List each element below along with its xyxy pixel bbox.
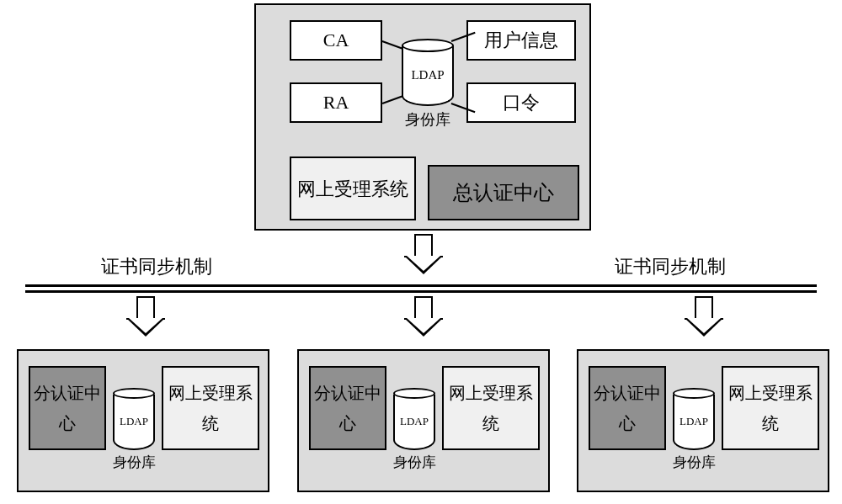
id-store-label: 身份库	[393, 453, 436, 472]
ldap-cylinder: LDAP 身份库	[673, 388, 715, 450]
arrow-down-icon	[126, 296, 165, 338]
ca-box: CA	[290, 20, 382, 61]
ra-box: RA	[290, 82, 382, 123]
arrow-down-icon	[685, 296, 723, 338]
id-store-label: 身份库	[405, 109, 450, 130]
sync-bus-line	[25, 284, 817, 294]
sub-auth-center-box: 分认证中心 LDAP 身份库 网上受理系统	[297, 349, 550, 492]
ldap-label: LDAP	[113, 395, 155, 450]
ldap-label: LDAP	[673, 395, 715, 450]
online-accept-box: 网上受理系统	[722, 366, 819, 450]
id-store-label: 身份库	[113, 453, 156, 472]
arrow-down-icon	[404, 296, 443, 338]
ldap-label: LDAP	[402, 45, 454, 106]
ldap-cylinder: LDAP 身份库	[113, 388, 155, 450]
sub-auth-label: 分认证中心	[589, 366, 666, 450]
architecture-diagram: CA RA 用户信息 口令 LDAP 身份库 网上受理系统 总认证中心 证书同步…	[0, 0, 842, 504]
sub-auth-center-box: 分认证中心 LDAP 身份库 网上受理系统	[17, 349, 269, 492]
online-accept-box: 网上受理系统	[290, 157, 416, 220]
id-store-label: 身份库	[673, 453, 716, 472]
ldap-cylinder: LDAP 身份库	[393, 388, 435, 450]
online-accept-box: 网上受理系统	[162, 366, 259, 450]
arrow-down-icon	[404, 234, 443, 276]
ldap-cylinder: LDAP 身份库	[402, 39, 454, 106]
password-box: 口令	[466, 82, 576, 123]
total-auth-center-box: 总认证中心	[428, 165, 579, 220]
online-accept-box: 网上受理系统	[442, 366, 540, 450]
sub-auth-center-box: 分认证中心 LDAP 身份库 网上受理系统	[577, 349, 829, 492]
sub-auth-label: 分认证中心	[29, 366, 106, 450]
userinfo-box: 用户信息	[466, 20, 576, 61]
ldap-label: LDAP	[393, 395, 435, 450]
sync-mechanism-label: 证书同步机制	[101, 254, 212, 279]
main-auth-center-box: CA RA 用户信息 口令 LDAP 身份库 网上受理系统 总认证中心	[254, 3, 591, 231]
sync-mechanism-label: 证书同步机制	[615, 254, 726, 279]
sub-auth-label: 分认证中心	[309, 366, 386, 450]
